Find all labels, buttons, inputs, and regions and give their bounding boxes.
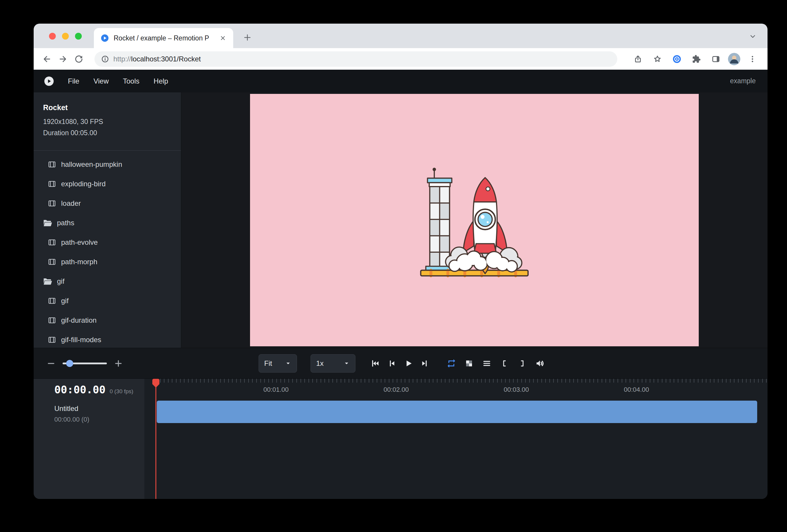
address-bar: http://localhost:3001/Rocket (34, 48, 767, 70)
zoom-out-icon[interactable] (46, 358, 56, 368)
menu-tools[interactable]: Tools (116, 74, 146, 88)
loop-icon[interactable] (446, 358, 456, 368)
timeline-left-column: 00:00.00 0 (30 fps) Untitled 00:00.00 (0… (34, 379, 144, 499)
forward-icon[interactable] (55, 51, 71, 67)
url-text: localhost:3001/Rocket (131, 55, 201, 63)
back-icon[interactable] (39, 51, 55, 67)
share-icon[interactable] (631, 52, 645, 66)
main-area: Rocket 1920x1080, 30 FPS Duration 00:05.… (34, 92, 767, 348)
in-point-bracket-icon[interactable] (499, 358, 510, 368)
address-bar-actions (631, 48, 760, 70)
ruler-label: 00:03.00 (504, 386, 529, 393)
folder-item[interactable]: paths (34, 213, 181, 233)
reload-icon[interactable] (71, 51, 87, 67)
fullscreen-window-button[interactable] (75, 33, 82, 40)
volume-icon[interactable] (535, 358, 545, 368)
composition-specs: 1920x1080, 30 FPS (43, 116, 171, 127)
out-point-bracket-icon[interactable] (517, 358, 527, 368)
browser-window: Rocket / example – Remotion P http (34, 24, 767, 499)
side-panel-icon[interactable] (708, 52, 723, 66)
menu-file[interactable]: File (61, 74, 86, 88)
film-icon (48, 180, 56, 188)
chevron-down-icon (343, 360, 350, 367)
project-name-label: example (730, 77, 758, 85)
folder-label: gif (57, 277, 64, 285)
next-frame-icon[interactable] (420, 358, 430, 368)
playhead-handle[interactable] (152, 379, 159, 388)
composition-item[interactable]: gif (34, 291, 181, 311)
composition-label: halloween-pumpkin (61, 160, 122, 169)
composition-item[interactable]: exploding-bird (34, 174, 181, 194)
minimize-window-button[interactable] (62, 33, 69, 40)
tab-title: Rocket / example – Remotion P (114, 34, 213, 42)
timeline-panel: 00:00.00 0 (30 fps) Untitled 00:00.00 (0… (34, 379, 767, 499)
zoom-slider-knob[interactable] (66, 360, 73, 367)
zoom-slider[interactable] (63, 363, 107, 364)
composition-item[interactable]: path-evolve (34, 233, 181, 252)
composition-label: path-evolve (61, 238, 98, 247)
remotion-logo-icon[interactable] (44, 76, 54, 86)
jump-to-start-icon[interactable] (370, 358, 380, 368)
composition-label: loader (61, 199, 81, 208)
remotion-favicon-icon (100, 34, 109, 43)
track-name: Untitled (54, 404, 144, 413)
canvas-size-dropdown[interactable]: Fit (259, 354, 297, 373)
playback-speed-value: 1x (316, 359, 323, 367)
composition-label: gif (61, 297, 68, 305)
rocket-illustration (409, 159, 539, 281)
track-range: 00:00.00 (0) (54, 416, 144, 423)
timeline-zoom-controls (46, 348, 123, 379)
timecode-display: 00:00.00 0 (30 fps) (54, 383, 144, 396)
playback-speed-dropdown[interactable]: 1x (311, 354, 356, 373)
profile-avatar[interactable] (728, 53, 740, 65)
timeline-lane[interactable]: 00:01.00 00:02.00 00:03.00 00:04.00 (144, 379, 767, 499)
composition-item[interactable]: loader (34, 194, 181, 213)
folder-label: paths (57, 219, 75, 227)
tab-search-chevron-icon[interactable] (746, 30, 759, 43)
ruler-ticks (156, 379, 767, 383)
playhead-line[interactable] (155, 379, 156, 499)
film-icon (48, 336, 56, 344)
preview-area (181, 92, 767, 348)
frame-counter: 0 (30 fps) (109, 388, 133, 395)
composition-item[interactable]: gif-fill-modes (34, 330, 181, 348)
view-toggles (446, 348, 545, 379)
url-field[interactable]: http://localhost:3001/Rocket (94, 51, 617, 67)
zoom-in-icon[interactable] (113, 358, 123, 368)
composition-label: gif-fill-modes (61, 336, 101, 344)
new-tab-button[interactable] (240, 30, 254, 45)
folder-item[interactable]: gif (34, 272, 181, 291)
tab-close-icon[interactable] (218, 33, 228, 43)
previous-frame-icon[interactable] (387, 358, 397, 368)
composition-label: exploding-bird (61, 180, 106, 188)
browser-menu-kebab-icon[interactable] (745, 52, 760, 66)
menu-view[interactable]: View (86, 74, 116, 88)
composition-list: halloween-pumpkin exploding-bird loader … (34, 151, 181, 348)
composition-label: path-morph (61, 258, 98, 266)
tab-strip: Rocket / example – Remotion P (34, 24, 767, 48)
ruler-label: 00:04.00 (624, 386, 649, 393)
site-info-icon[interactable] (101, 55, 109, 63)
transparency-checkerboard-icon[interactable] (464, 358, 474, 368)
composition-item[interactable]: path-morph (34, 252, 181, 272)
film-icon (48, 238, 56, 247)
bookmark-star-icon[interactable] (650, 52, 665, 66)
extensions-puzzle-icon[interactable] (689, 52, 704, 66)
menu-help[interactable]: Help (146, 74, 175, 88)
ruler-label: 00:01.00 (263, 386, 289, 393)
open-folder-icon (43, 218, 52, 228)
browser-tab[interactable]: Rocket / example – Remotion P (94, 28, 233, 48)
composition-item[interactable]: gif-duration (34, 311, 181, 330)
url-scheme: http:// (113, 55, 131, 63)
playback-toolbar: Fit 1x (34, 348, 767, 379)
timeline-track-bar[interactable] (157, 401, 757, 423)
play-icon[interactable] (403, 358, 413, 368)
composition-name: Rocket (43, 103, 171, 112)
timeline-rows-icon[interactable] (482, 358, 492, 368)
onepassword-extension-icon[interactable] (669, 52, 684, 66)
close-window-button[interactable] (49, 33, 56, 40)
composition-info-panel: Rocket 1920x1080, 30 FPS Duration 00:05.… (34, 92, 181, 151)
composition-item[interactable]: halloween-pumpkin (34, 155, 181, 174)
compositions-sidebar: Rocket 1920x1080, 30 FPS Duration 00:05.… (34, 92, 181, 348)
video-canvas (250, 94, 699, 346)
